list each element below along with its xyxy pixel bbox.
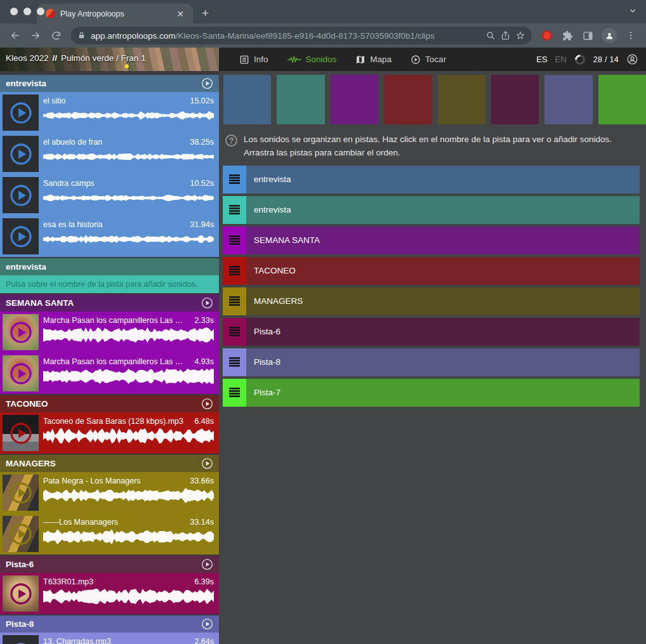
track-header[interactable]: Pista-6 — [0, 556, 219, 573]
color-swatch[interactable] — [384, 75, 432, 124]
color-swatch[interactable] — [277, 75, 324, 124]
clip-thumbnail[interactable] — [3, 635, 39, 644]
clip-thumbnail[interactable] — [3, 177, 39, 213]
track-header[interactable]: SEMANA SANTA — [0, 294, 219, 312]
track-play-button[interactable] — [201, 618, 213, 630]
play-icon — [8, 421, 34, 446]
clip-thumbnail[interactable] — [3, 415, 39, 451]
clip-row[interactable]: Marcha Pasan los campanilleros Las Mejor… — [0, 353, 219, 394]
track-list: entrevista entrevista SEMANA SANTA TACON… — [223, 166, 640, 407]
color-swatch[interactable] — [223, 75, 271, 124]
tab-sonidos[interactable]: Sonidos — [282, 51, 342, 69]
back-icon[interactable] — [6, 27, 24, 44]
tab-close-icon[interactable]: ✕ — [174, 8, 187, 20]
minimize-window-button[interactable] — [23, 8, 31, 15]
clip-row[interactable]: 13. Charradas.mp32.64s — [0, 633, 219, 644]
clip-row[interactable]: ------Los Mananagers33.14s — [0, 513, 219, 555]
account-icon[interactable] — [626, 53, 638, 65]
lang-en-button[interactable]: EN — [555, 55, 567, 64]
drag-handle[interactable] — [223, 318, 246, 346]
color-swatch[interactable] — [544, 75, 592, 124]
clip-row[interactable]: Marcha Pasan los campanilleros Las Mejor… — [0, 312, 219, 353]
drag-handle[interactable] — [223, 227, 246, 254]
browser-menu-kebab-icon[interactable] — [622, 27, 640, 44]
extensions-puzzle-icon[interactable] — [558, 27, 576, 44]
clip-thumbnail[interactable] — [3, 475, 39, 511]
clip-row[interactable]: el sitio15.02s — [0, 92, 219, 133]
track-bar[interactable]: MANAGERS — [246, 287, 640, 315]
project-title: Kleos 2022 — [6, 53, 49, 63]
drag-handle[interactable] — [223, 379, 246, 407]
track-header[interactable]: entrevista — [0, 258, 219, 275]
clip-thumbnail[interactable] — [3, 136, 39, 172]
sidebar-track-pista-8: Pista-8 13. Charradas.mp32.64s — [0, 615, 219, 644]
track-play-button[interactable] — [201, 398, 213, 410]
maximize-window-button[interactable] — [37, 8, 44, 15]
new-tab-button[interactable]: + — [202, 6, 209, 20]
color-swatch[interactable] — [491, 75, 539, 124]
tab-tocar-label: Tocar — [425, 55, 446, 64]
track-bar[interactable]: TACONEO — [246, 257, 640, 285]
browser-profile-avatar[interactable] — [602, 28, 617, 43]
tab-search-chevron-icon[interactable] — [628, 6, 637, 18]
track-header[interactable]: MANAGERS — [0, 455, 219, 472]
reload-icon[interactable] — [47, 27, 65, 44]
track-header[interactable]: entrevista — [0, 75, 219, 92]
clip-row[interactable]: esa es la historia31.94s — [0, 216, 219, 257]
drag-handle[interactable] — [223, 348, 246, 376]
track-header[interactable]: TACONEO — [0, 395, 219, 412]
track-bar[interactable]: entrevista — [246, 196, 640, 224]
clip-row[interactable]: Pata Negra - Los Managers33.66s — [0, 472, 219, 513]
map-pin-icon — [124, 64, 129, 69]
track-row: Pista-7 — [223, 379, 640, 407]
track-bar[interactable]: SEMANA SANTA — [246, 227, 640, 254]
track-name: entrevista — [6, 79, 201, 88]
clip-row[interactable]: Taconeo de Sara Baras (128 kbps).mp36.48… — [0, 412, 219, 454]
forward-icon[interactable] — [27, 27, 44, 44]
color-swatch[interactable] — [598, 75, 646, 124]
tab-tocar[interactable]: Tocar — [405, 51, 451, 69]
clip-thumbnail[interactable] — [3, 314, 39, 350]
tab-mapa[interactable]: Mapa — [350, 51, 397, 69]
track-play-button[interactable] — [201, 297, 213, 309]
share-icon[interactable] — [501, 30, 510, 41]
macos-window-controls[interactable] — [10, 8, 44, 15]
clip-row[interactable]: Sandra camps10.52s — [0, 174, 219, 216]
track-bar[interactable]: Pista-8 — [246, 348, 640, 376]
bookmark-star-icon[interactable] — [515, 30, 525, 41]
clip-thumbnail[interactable] — [3, 575, 39, 612]
project-cover-map[interactable]: Kleos 2022//Pulmón verde / Fran 1 — [0, 48, 219, 71]
clip-thumbnail[interactable] — [3, 95, 39, 131]
browser-tab[interactable]: Play Antropoloops ✕ — [37, 4, 193, 23]
clip-row[interactable]: el abuelo de fran38.25s — [0, 133, 219, 174]
color-swatch[interactable] — [438, 75, 485, 124]
clip-thumbnail[interactable] — [3, 516, 39, 552]
track-play-button[interactable] — [201, 457, 213, 470]
app-header: Kleos 2022//Pulmón verde / Fran 1 Info S… — [0, 48, 646, 71]
hamburger-icon — [229, 235, 240, 245]
lang-es-button[interactable]: ES — [536, 55, 547, 64]
clip-name: Marcha Pasan los campanilleros Las Mejor… — [43, 316, 189, 325]
drag-handle[interactable] — [223, 257, 246, 285]
drag-handle[interactable] — [223, 166, 246, 194]
close-window-button[interactable] — [10, 8, 18, 15]
record-extension-icon[interactable] — [542, 30, 552, 41]
address-bar[interactable]: app.antropoloops.com/Kleos-Santa-Marina/… — [71, 27, 532, 44]
color-swatch[interactable] — [331, 75, 378, 124]
side-panel-icon[interactable] — [579, 27, 597, 44]
track-header[interactable]: Pista-8 — [0, 615, 219, 633]
track-play-button[interactable] — [201, 77, 213, 89]
clip-thumbnail[interactable] — [3, 218, 39, 254]
track-row: SEMANA SANTA — [223, 227, 640, 254]
zoom-search-icon[interactable] — [485, 30, 496, 41]
drag-handle[interactable] — [223, 287, 246, 315]
clip-row[interactable]: T633R01.mp36.39s — [0, 573, 219, 614]
track-bar[interactable]: entrevista — [246, 166, 640, 194]
track-bar[interactable]: Pista-7 — [246, 379, 640, 407]
play-icon — [8, 320, 34, 345]
tab-info[interactable]: Info — [234, 51, 274, 69]
clip-thumbnail[interactable] — [3, 355, 39, 391]
track-play-button[interactable] — [201, 558, 213, 570]
drag-handle[interactable] — [223, 196, 246, 224]
track-bar[interactable]: Pista-6 — [246, 318, 640, 346]
